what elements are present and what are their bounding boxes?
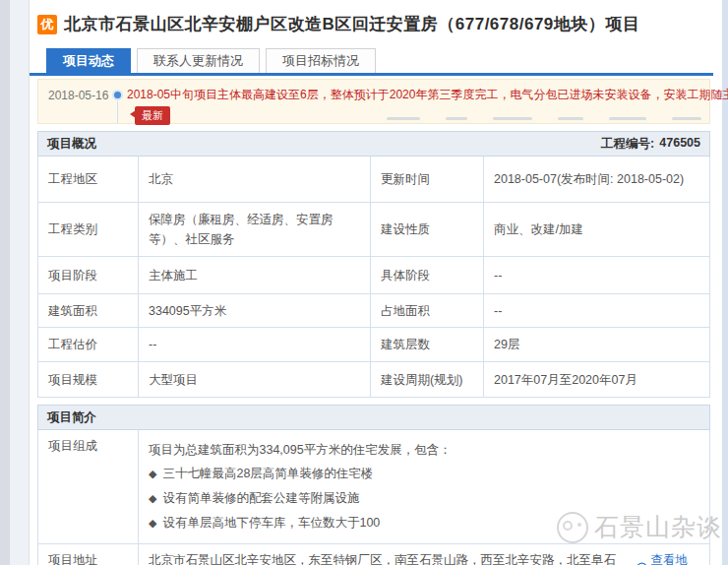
overview-header: 项目概况 工程编号: 476505	[37, 131, 710, 157]
page: 优 北京市石景山区北辛安棚户区改造B区回迁安置房（677/678/679地块）项…	[0, 0, 728, 565]
composition-cell: 项目为总建筑面积为334,095平方米的住宅发展，包含： ◆ 三十七幢最高28层…	[138, 430, 709, 543]
cell-value: 大型项目	[138, 362, 370, 397]
cell-value: 2018-05-07(发布时间: 2018-05-02)	[483, 157, 709, 202]
page-edge-left	[0, 0, 10, 565]
address-text: 北京市石景山区北辛安地区，东至特钢厂区，南至石景山路，西至北辛安路，北至阜石路	[149, 552, 627, 565]
view-map-link[interactable]: 查看地图	[637, 552, 699, 565]
bullet-text: 三十七幢最高28层高简单装修的住宅楼	[162, 462, 373, 486]
table-row: 项目规模 大型项目 建设周期(规划) 2017年07月至2020年07月	[38, 361, 709, 397]
table-row: 项目组成 项目为总建筑面积为334,095平方米的住宅发展，包含： ◆ 三十七幢…	[38, 430, 709, 543]
composition-intro: 项目为总建筑面积为334,095平方米的住宅发展，包含：	[149, 438, 699, 462]
cell-value: 保障房（廉租房、经适房、安置房等）、社区服务	[138, 203, 370, 256]
section-overview: 项目概况 工程编号: 476505 工程地区 北京 更新时间 2018-05-0…	[37, 131, 710, 398]
overview-table: 工程地区 北京 更新时间 2018-05-07(发布时间: 2018-05-02…	[37, 157, 710, 398]
diamond-bullet-icon: ◆	[149, 462, 156, 486]
cell-label: 工程类别	[38, 203, 138, 256]
cell-value: --	[483, 257, 709, 293]
tab-project-updates[interactable]: 项目动态	[46, 48, 131, 73]
project-number-value: 476505	[659, 136, 700, 153]
title-row: 优 北京市石景山区北辛安棚户区改造B区回迁安置房（677/678/679地块）项…	[37, 13, 723, 35]
tab-contact-updates[interactable]: 联系人更新情况	[137, 48, 260, 73]
bullet-text: 设有简单装修的配套公建等附属设施	[162, 486, 359, 511]
table-row: 工程估价 -- 建筑层数 29层	[38, 327, 709, 361]
table-row: 建筑面积 334095平方米 占地面积 --	[38, 293, 709, 327]
cell-label: 项目阶段	[38, 257, 138, 293]
table-row: 项目地址 北京市石景山区北辛安地区，东至特钢厂区，南至石景山路，西至北辛安路，北…	[38, 543, 709, 565]
cell-label: 项目地址	[38, 544, 138, 565]
intro-table: 项目组成 项目为总建筑面积为334,095平方米的住宅发展，包含： ◆ 三十七幢…	[37, 430, 710, 565]
cell-value: 北京	[138, 157, 370, 202]
list-item: ◆ 设有简单装修的配套公建等附属设施	[149, 486, 699, 511]
latest-badge: 最新	[135, 106, 170, 125]
project-number: 工程编号: 476505	[601, 136, 700, 153]
tab-underline	[30, 73, 713, 76]
cell-label: 占地面积	[370, 294, 483, 327]
tab-bar: 项目动态 联系人更新情况 项目招标情况	[46, 48, 723, 73]
table-row: 项目阶段 主体施工 具体阶段 --	[38, 256, 709, 293]
grade-badge: 优	[37, 15, 57, 34]
page-title: 北京市石景山区北辛安棚户区改造B区回迁安置房（677/678/679地块）项目	[64, 13, 639, 35]
cell-label: 工程地区	[38, 157, 138, 202]
cell-label: 项目规模	[38, 362, 138, 397]
page-edge-left-inner	[10, 0, 30, 565]
cell-value: 334095平方米	[138, 294, 370, 327]
list-item: ◆ 设有单层高地下停车库，车位数大于100	[149, 511, 699, 535]
tab-bidding-info[interactable]: 项目招标情况	[266, 48, 376, 73]
timeline	[109, 89, 127, 102]
table-row: 工程类别 保障房（廉租房、经适房、安置房等）、社区服务 建设性质 商业、改建/加…	[38, 202, 709, 256]
address-cell: 北京市石景山区北辛安地区，东至特钢厂区，南至石景山路，西至北辛安路，北至阜石路 …	[138, 544, 709, 565]
table-row: 工程地区 北京 更新时间 2018-05-07(发布时间: 2018-05-02…	[38, 157, 709, 202]
cell-label: 建设周期(规划)	[370, 362, 483, 397]
news-box: 2018-05-16 2018-05中旬项目主体最高建设至6层，整体预计于202…	[37, 79, 710, 124]
timeline-line	[117, 101, 118, 123]
cell-label: 项目组成	[38, 430, 138, 543]
view-map-label: 查看地图	[650, 552, 699, 565]
cell-value: --	[138, 328, 370, 361]
timeline-dot-icon	[114, 92, 121, 98]
cell-label: 建设性质	[370, 203, 483, 256]
main-content: 优 北京市石景山区北辛安棚户区改造B区回迁安置房（677/678/679地块）项…	[30, 0, 723, 565]
cell-value: 29层	[483, 328, 709, 361]
cell-label: 建筑面积	[38, 294, 138, 327]
list-item: ◆ 三十七幢最高28层高简单装修的住宅楼	[149, 462, 699, 486]
news-line: 2018-05-16 2018-05中旬项目主体最高建设至6层，整体预计于202…	[48, 87, 699, 103]
cell-label: 更新时间	[370, 157, 483, 202]
cell-value: 主体施工	[138, 257, 370, 293]
project-number-label: 工程编号:	[601, 136, 654, 153]
cell-value: 商业、改建/加建	[483, 203, 709, 256]
diamond-bullet-icon: ◆	[149, 486, 156, 511]
intro-header: 项目简介	[37, 405, 710, 430]
intro-title: 项目简介	[47, 409, 96, 426]
cell-value: 2017年07月至2020年07月	[483, 362, 709, 397]
cell-label: 具体阶段	[370, 257, 483, 293]
news-text: 2018-05中旬项目主体最高建设至6层，整体预计于2020年第三季度完工，电气…	[127, 87, 728, 103]
news-date: 2018-05-16	[48, 89, 109, 102]
section-intro: 项目简介 项目组成 项目为总建筑面积为334,095平方米的住宅发展，包含： ◆…	[37, 405, 710, 565]
diamond-bullet-icon: ◆	[149, 511, 156, 535]
cell-label: 建筑层数	[370, 328, 483, 361]
bullet-text: 设有单层高地下停车库，车位数大于100	[162, 511, 380, 535]
faded-toolbar-remnant	[387, 117, 701, 120]
cell-label: 工程估价	[38, 328, 138, 361]
overview-title: 项目概况	[47, 136, 96, 153]
cell-value: --	[483, 294, 709, 327]
